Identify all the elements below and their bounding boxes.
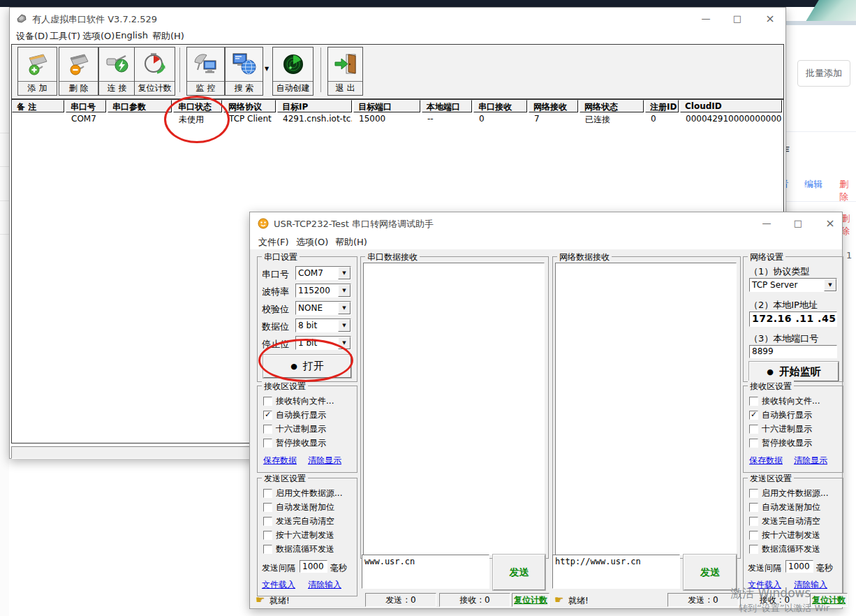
local-port-input[interactable]: 8899 bbox=[749, 345, 837, 358]
col-port[interactable]: 串口号 bbox=[66, 100, 106, 112]
batch-add-button[interactable]: 批量添加 bbox=[797, 60, 850, 87]
chevron-down-icon[interactable]: ▼ bbox=[824, 279, 836, 291]
col-target-port[interactable]: 目标端口 bbox=[353, 100, 420, 112]
send-interval-input[interactable]: 1000 bbox=[300, 560, 327, 573]
parity-select[interactable]: NONE ▼ bbox=[295, 301, 351, 315]
col-net-rx[interactable]: 网络接收 bbox=[529, 100, 578, 112]
pause-recv-checkbox[interactable] bbox=[263, 439, 272, 448]
network-settings-group: 网络设置 （1）协议类型 TCP Server ▼ （2）本地IP地址 172.… bbox=[743, 256, 843, 382]
col-protocol[interactable]: 网络协议 bbox=[223, 100, 276, 112]
menu-options[interactable]: 选项(O) bbox=[82, 30, 115, 43]
chevron-down-icon[interactable]: ▼ bbox=[338, 284, 350, 297]
net-send-button[interactable]: 发送 bbox=[684, 555, 737, 590]
test-minimize-button[interactable]: — bbox=[755, 212, 778, 233]
menu-device[interactable]: 设备(D) bbox=[16, 30, 48, 43]
hex-display-row: 十六进制显示 bbox=[263, 424, 326, 434]
vcom-titlebar[interactable]: 有人虚拟串口软件 V3.7.2.529 — □ × bbox=[10, 8, 785, 29]
recv-to-file-checkbox[interactable] bbox=[263, 397, 272, 406]
net-reset-count-link[interactable]: 复位计数 bbox=[810, 593, 848, 607]
send-interval-input[interactable]: 1000 bbox=[785, 560, 813, 573]
serial-rx-textarea[interactable] bbox=[363, 263, 545, 555]
recv-settings-group-right: 接收区设置 接收转向文件... ✓ 自动换行显示 十六进制显示 暂停接收显示 bbox=[743, 386, 843, 473]
vcom-minimize-button[interactable]: — bbox=[694, 8, 718, 29]
pause-recv-checkbox[interactable] bbox=[749, 439, 758, 448]
auto-send-append-checkbox[interactable] bbox=[263, 503, 272, 512]
monitor-button[interactable]: 监 控 bbox=[186, 47, 225, 96]
auto-wrap-checkbox[interactable]: ✓ bbox=[263, 411, 272, 420]
exit-button[interactable]: 退 出 bbox=[327, 47, 363, 96]
net-rx-count: 接收 : 0 bbox=[740, 593, 809, 607]
local-ip-input[interactable]: 172.16 .11 .45 bbox=[749, 311, 837, 327]
edit-link[interactable]: 编辑 bbox=[804, 178, 822, 191]
loop-send-checkbox[interactable] bbox=[749, 545, 758, 554]
test-maximize-button[interactable]: □ bbox=[786, 212, 810, 233]
vcom-close-button[interactable]: × bbox=[758, 8, 782, 29]
clear-display-link[interactable]: 清除显示 bbox=[308, 455, 341, 467]
reset-count-button[interactable]: 复位计数 bbox=[134, 47, 175, 96]
menu-help2[interactable]: 帮助(H) bbox=[335, 236, 367, 249]
auto-wrap-row: ✓ 自动换行显示 bbox=[263, 410, 326, 420]
menu-tools[interactable]: 工具(T) bbox=[50, 30, 80, 43]
delete-link-2[interactable]: 删除 bbox=[841, 212, 856, 237]
clear-display-link[interactable]: 清除显示 bbox=[794, 455, 827, 467]
send-as-hex-checkbox[interactable] bbox=[749, 531, 758, 540]
file-source-checkbox[interactable] bbox=[749, 489, 758, 498]
chevron-down-icon[interactable]: ▼ bbox=[338, 267, 350, 279]
serial-send-button[interactable]: 发送 bbox=[493, 555, 545, 590]
com-port-select[interactable]: COM7 ▼ bbox=[295, 266, 351, 280]
col-reg-id[interactable]: 注册ID bbox=[645, 100, 679, 112]
col-local-port[interactable]: 本地端口 bbox=[422, 100, 472, 112]
col-target-ip[interactable]: 目标IP bbox=[277, 100, 352, 112]
save-data-link[interactable]: 保存数据 bbox=[749, 455, 783, 467]
chevron-down-icon[interactable]: ▼ bbox=[338, 302, 350, 314]
test-window: USR-TCP232-Test 串口转网络调试助手 — □ × 文件(F) 选项… bbox=[249, 212, 843, 609]
menu-option[interactable]: 选项(O) bbox=[296, 236, 328, 249]
port-list-row[interactable]: COM7 未使用 TCP Client 4291.cnsh.iot-tc... … bbox=[12, 113, 783, 125]
serial-send-input[interactable]: www.usr.cn bbox=[362, 555, 489, 589]
chevron-down-icon[interactable]: ▼ bbox=[338, 319, 350, 332]
hex-display-checkbox[interactable] bbox=[263, 425, 272, 434]
connect-button[interactable]: 连 接 bbox=[98, 47, 135, 96]
col-serial-rx[interactable]: 串口接收 bbox=[473, 100, 527, 112]
col-net-status[interactable]: 网络状态 bbox=[580, 100, 644, 112]
send-as-hex-checkbox[interactable] bbox=[263, 531, 272, 540]
search-button[interactable]: 搜 索 bbox=[225, 47, 263, 96]
recv-to-file-checkbox[interactable] bbox=[749, 397, 758, 406]
auto-send-append-checkbox[interactable] bbox=[749, 503, 758, 512]
clear-after-send-checkbox[interactable] bbox=[749, 517, 758, 526]
protocol-type-select[interactable]: TCP Server ▼ bbox=[749, 278, 837, 292]
clear-after-send-checkbox[interactable] bbox=[263, 517, 272, 526]
clear-input-link[interactable]: 清除输入 bbox=[794, 579, 827, 591]
hex-display-checkbox[interactable] bbox=[749, 425, 758, 434]
load-file-link[interactable]: 文件载入 bbox=[262, 579, 295, 591]
delete-link[interactable]: 删除 bbox=[839, 178, 856, 203]
auto-wrap-checkbox[interactable]: ✓ bbox=[749, 411, 758, 420]
load-file-link[interactable]: 文件载入 bbox=[748, 579, 781, 591]
delete-vcom-button[interactable]: 删 除 bbox=[59, 47, 98, 96]
col-port-params[interactable]: 串口参数 bbox=[108, 100, 172, 112]
add-vcom-button[interactable]: 添 加 bbox=[17, 47, 57, 96]
file-source-checkbox[interactable] bbox=[263, 489, 272, 498]
test-close-button[interactable]: × bbox=[818, 212, 842, 233]
menu-english[interactable]: English bbox=[115, 30, 148, 41]
menu-help[interactable]: 帮助(H) bbox=[152, 30, 184, 43]
data-bits-select[interactable]: 8 bit ▼ bbox=[295, 318, 351, 332]
vcom-maximize-button[interactable]: □ bbox=[725, 8, 749, 29]
start-listen-button[interactable]: ● 开始监听 bbox=[749, 362, 839, 381]
menu-file[interactable]: 文件(F) bbox=[258, 236, 289, 249]
clear-input-link[interactable]: 清除输入 bbox=[308, 579, 341, 591]
net-send-input[interactable]: http://www.usr.cn bbox=[552, 555, 680, 589]
serial-reset-count-link[interactable]: 复位计数 bbox=[512, 593, 549, 607]
col-remark[interactable]: 备 注 bbox=[12, 100, 64, 112]
satellite-monitor-icon bbox=[193, 47, 219, 81]
baud-rate-select[interactable]: 115200 ▼ bbox=[295, 284, 351, 298]
open-button-highlight-circle bbox=[258, 339, 353, 382]
col-cloud-id[interactable]: CloudID bbox=[680, 100, 782, 112]
screen: 批量添加 作 看 编辑 删除 删除 1 有人虚拟串口软件 V3.7.2.529 … bbox=[0, 0, 856, 616]
loop-send-checkbox[interactable] bbox=[263, 545, 272, 554]
save-data-link[interactable]: 保存数据 bbox=[263, 455, 297, 467]
net-rx-textarea[interactable] bbox=[555, 263, 737, 555]
test-titlebar[interactable]: USR-TCP232-Test 串口转网络调试助手 — □ × bbox=[250, 212, 842, 233]
search-dropdown-arrow[interactable]: ▼ bbox=[265, 66, 269, 72]
auto-create-button[interactable]: 自动创建 bbox=[272, 47, 313, 96]
